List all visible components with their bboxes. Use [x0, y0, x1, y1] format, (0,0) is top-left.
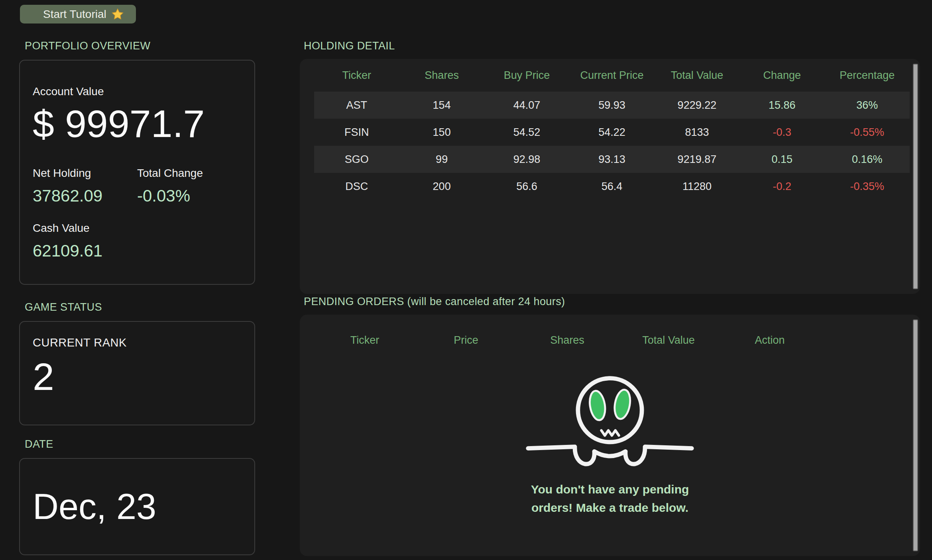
game-status-section-title: GAME STATUS: [25, 301, 102, 313]
col-price: Price: [415, 334, 517, 347]
holdings-scrollbar[interactable]: [913, 64, 918, 289]
cell-percentage: -0.55%: [825, 126, 910, 139]
portfolio-section-title: PORTFOLIO OVERVIEW: [25, 40, 150, 52]
net-holding-value: 37862.09: [33, 188, 137, 204]
alien-doodle-icon: [524, 372, 696, 476]
date-section-title: DATE: [25, 438, 53, 450]
cell-total-value: 11280: [655, 180, 739, 193]
pending-orders-scrollbar[interactable]: [913, 319, 918, 551]
col-action: Action: [719, 334, 820, 347]
cell-shares: 154: [399, 99, 484, 112]
date-value: Dec, 23: [33, 489, 156, 525]
holding-detail-section-title: HOLDING DETAIL: [304, 40, 395, 52]
cell-buy-price: 44.07: [484, 99, 569, 112]
cell-current-price: 59.93: [569, 99, 654, 112]
cell-ticker: FSIN: [314, 126, 399, 139]
cell-shares: 99: [399, 153, 484, 166]
col-percentage: Percentage: [825, 69, 910, 82]
col-total-value: Total Value: [655, 69, 739, 82]
cell-total-value: 8133: [655, 126, 739, 139]
table-row: DSC 200 56.6 56.4 11280 -0.2 -0.35%: [314, 173, 910, 200]
col-total-value: Total Value: [618, 334, 719, 347]
cash-value: 62109.61: [33, 243, 242, 259]
cell-percentage: 36%: [825, 99, 910, 112]
cell-change: 15.86: [739, 99, 824, 112]
current-rank-label: CURRENT RANK: [33, 336, 242, 349]
col-shares: Shares: [399, 69, 484, 82]
col-ticker: Ticker: [314, 334, 415, 347]
cell-buy-price: 56.6: [484, 180, 569, 193]
col-change: Change: [739, 69, 824, 82]
col-shares: Shares: [517, 334, 618, 347]
cell-shares: 150: [399, 126, 484, 139]
game-status-card: CURRENT RANK 2: [19, 321, 255, 425]
current-rank-value: 2: [33, 357, 242, 396]
cell-percentage: 0.16%: [825, 153, 910, 166]
cell-ticker: AST: [314, 99, 399, 112]
holdings-table-header: Ticker Shares Buy Price Current Price To…: [314, 59, 910, 92]
empty-message-line2: orders! Make a trade below.: [531, 499, 689, 517]
cell-change: -0.3: [739, 126, 824, 139]
pending-orders-empty-state: You don't have any pending orders! Make …: [300, 372, 920, 517]
date-card: Dec, 23: [19, 458, 255, 555]
account-value-label: Account Value: [33, 85, 242, 98]
col-current-price: Current Price: [569, 69, 654, 82]
table-row: SGO 99 92.98 93.13 9219.87 0.15 0.16%: [314, 146, 910, 173]
cash-value-label: Cash Value: [33, 222, 242, 235]
pending-orders-table-header: Ticker Price Shares Total Value Action: [314, 329, 920, 351]
cell-ticker: SGO: [314, 153, 399, 166]
cell-buy-price: 54.52: [484, 126, 569, 139]
cell-shares: 200: [399, 180, 484, 193]
table-row: FSIN 150 54.52 54.22 8133 -0.3 -0.55%: [314, 119, 910, 146]
col-buy-price: Buy Price: [484, 69, 569, 82]
portfolio-overview-card: Account Value $ 99971.7 Net Holding 3786…: [19, 60, 255, 285]
total-change-label: Total Change: [137, 167, 242, 180]
table-row: AST 154 44.07 59.93 9229.22 15.86 36%: [314, 92, 910, 119]
cell-current-price: 56.4: [569, 180, 654, 193]
cell-ticker: DSC: [314, 180, 399, 193]
cell-current-price: 93.13: [569, 153, 654, 166]
net-holding-label: Net Holding: [33, 167, 137, 180]
start-tutorial-button[interactable]: Start Tutorial: [20, 5, 136, 23]
cell-buy-price: 92.98: [484, 153, 569, 166]
pending-orders-panel: Ticker Price Shares Total Value Action Y…: [300, 315, 920, 556]
cell-change: -0.2: [739, 180, 824, 193]
holding-detail-panel: Ticker Shares Buy Price Current Price To…: [300, 59, 920, 294]
star-icon: [111, 8, 124, 21]
cell-total-value: 9219.87: [655, 153, 739, 166]
col-ticker: Ticker: [314, 69, 399, 82]
start-tutorial-label: Start Tutorial: [43, 8, 106, 21]
account-value: $ 99971.7: [33, 104, 242, 143]
cell-change: 0.15: [739, 153, 824, 166]
total-change-value: -0.03%: [137, 188, 242, 204]
empty-message-line1: You don't have any pending: [531, 480, 689, 499]
cell-current-price: 54.22: [569, 126, 654, 139]
pending-orders-section-title: PENDING ORDERS (will be canceled after 2…: [304, 296, 565, 308]
cell-total-value: 9229.22: [655, 99, 739, 112]
cell-percentage: -0.35%: [825, 180, 910, 193]
